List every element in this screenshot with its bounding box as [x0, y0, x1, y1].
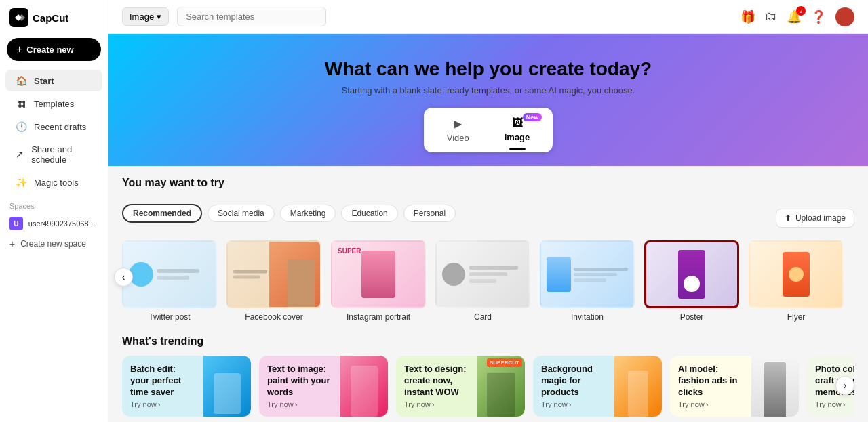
capcut-logo-icon — [9, 8, 28, 27]
sidebar-item-templates[interactable]: ▦ Templates — [5, 93, 102, 114]
template-card-invitation[interactable]: Invitation — [540, 240, 635, 322]
arrow-icon: › — [569, 400, 572, 408]
trending-card-3[interactable]: Background magic for products Try now › — [533, 356, 662, 417]
trending-card-link-3[interactable]: Try now › — [541, 400, 606, 408]
prev-arrow-button[interactable]: ‹ — [114, 268, 133, 287]
try-section-title: You may want to try — [122, 177, 224, 189]
filter-chip-social[interactable]: Social media — [208, 205, 275, 222]
video-icon: ▶ — [454, 117, 462, 130]
user-space-name: user499023750688... — [28, 219, 98, 228]
trending-card-2[interactable]: Text to design: create now, instant WOW … — [396, 356, 525, 417]
sidebar-item-magic[interactable]: ✨ Magic tools — [5, 171, 102, 193]
hero-tab-group: ▶ Video New 🖼 Image — [424, 108, 553, 152]
trending-title: What's trending — [122, 335, 854, 347]
trending-card-title-4: AI model: fashion ads in clicks — [678, 364, 743, 398]
trending-next-arrow[interactable]: › — [835, 376, 854, 395]
create-space-icon: + — [9, 238, 15, 249]
share-icon: ↗ — [15, 149, 24, 160]
logo-text: CapCut — [33, 12, 68, 24]
trending-section: What's trending Batch edit: your perfect… — [108, 333, 868, 422]
hero-subtitle: Starting with a blank slate, ready templ… — [122, 85, 854, 96]
trending-card-link-4[interactable]: Try now › — [678, 400, 743, 408]
trending-card-4[interactable]: AI model: fashion ads in clicks Try now … — [670, 356, 799, 417]
trending-card-title-3: Background magic for products — [541, 364, 606, 398]
template-card-instagram[interactable]: SUPER Instagram portrait — [331, 240, 426, 322]
arrow-icon: › — [295, 400, 298, 408]
trending-card-0[interactable]: Batch edit: your perfect time saver Try … — [122, 356, 251, 417]
filter-chip-education[interactable]: Education — [341, 205, 397, 222]
dropdown-arrow-icon: ▾ — [157, 12, 161, 22]
notification-badge: 2 — [796, 6, 806, 16]
history-icon[interactable]: 🗂 — [765, 9, 777, 24]
sidebar-item-share[interactable]: ↗ Share and schedule — [5, 139, 102, 170]
sidebar: CapCut + Create new 🏠 Start ▦ Templates … — [0, 0, 108, 422]
clock-icon: 🕐 — [15, 121, 27, 132]
hero-banner: What can we help you create today? Start… — [108, 34, 868, 166]
trending-card-link-5[interactable]: Try now › — [815, 400, 854, 408]
trending-card-title-2: Text to design: create now, instant WOW — [404, 364, 469, 398]
logo: CapCut — [0, 8, 108, 38]
trending-card-link-2[interactable]: Try now › — [404, 400, 469, 408]
arrow-icon: › — [843, 400, 846, 408]
template-card-facebook[interactable]: Facebook cover — [226, 240, 321, 322]
user-avatar[interactable] — [835, 7, 854, 26]
template-card-poster[interactable]: Poster — [644, 240, 739, 322]
trending-card-title-0: Batch edit: your perfect time saver — [130, 364, 195, 398]
new-badge: New — [523, 113, 542, 121]
create-new-button[interactable]: + Create new — [7, 38, 101, 61]
arrow-icon: › — [158, 400, 161, 408]
template-label: Facebook cover — [226, 312, 321, 322]
magic-icon: ✨ — [15, 177, 27, 188]
filter-chip-marketing[interactable]: Marketing — [280, 205, 336, 222]
template-thumb-twitter — [122, 240, 217, 308]
template-thumb-card — [435, 240, 530, 308]
template-card-flyer[interactable]: Flyer — [749, 240, 844, 322]
template-thumb-flyer — [749, 240, 844, 308]
template-card-card[interactable]: Card — [435, 240, 530, 322]
templates-icon: ▦ — [15, 98, 27, 109]
trending-card-title-1: Text to image: paint with your words — [267, 364, 332, 398]
type-dropdown[interactable]: Image ▾ — [122, 7, 169, 26]
template-thumb-instagram: SUPER — [331, 240, 426, 308]
upload-image-button[interactable]: ⬆ Upload image — [776, 209, 854, 228]
upload-icon: ⬆ — [785, 213, 791, 223]
plus-icon: + — [16, 43, 22, 56]
image-tab-icon: 🖼 — [512, 117, 523, 129]
arrow-icon: › — [706, 400, 709, 408]
template-cards-row: Twitter post — [122, 240, 854, 322]
arrow-icon: › — [432, 400, 435, 408]
template-label: Invitation — [540, 312, 635, 322]
filter-chip-recommended[interactable]: Recommended — [122, 204, 202, 223]
hero-tab-image[interactable]: New 🖼 Image — [488, 112, 547, 148]
trending-card-1[interactable]: Text to image: paint with your words Try… — [259, 356, 388, 417]
home-icon: 🏠 — [15, 75, 27, 86]
gift-icon[interactable]: 🎁 — [741, 9, 755, 24]
topbar: Image ▾ 🎁 🗂 🔔 2 ❓ — [108, 0, 868, 34]
sidebar-item-start[interactable]: 🏠 Start — [5, 70, 102, 91]
help-icon[interactable]: ❓ — [811, 9, 826, 24]
filter-chip-personal[interactable]: Personal — [403, 205, 456, 222]
trending-card-link-1[interactable]: Try now › — [267, 400, 332, 408]
template-thumb-facebook — [226, 240, 321, 308]
search-input[interactable] — [177, 7, 326, 26]
sidebar-item-recent[interactable]: 🕐 Recent drafts — [5, 116, 102, 138]
main-content: Image ▾ 🎁 🗂 🔔 2 ❓ What can we help you c… — [108, 0, 868, 422]
template-label: Poster — [644, 312, 739, 322]
template-label: Twitter post — [122, 312, 217, 322]
try-section: You may want to try Recommended Social m… — [108, 166, 868, 333]
hero-tab-video[interactable]: ▶ Video — [431, 112, 486, 148]
template-thumb-invitation — [540, 240, 635, 308]
hero-title: What can we help you create today? — [122, 58, 854, 80]
template-label: Card — [435, 312, 530, 322]
trending-card-link-0[interactable]: Try now › — [130, 400, 195, 408]
template-thumb-poster — [644, 240, 739, 308]
user-space-item[interactable]: U user499023750688... — [0, 213, 108, 234]
notification-icon[interactable]: 🔔 2 — [787, 9, 802, 24]
template-card-twitter[interactable]: Twitter post — [122, 240, 217, 322]
user-space-avatar: U — [9, 217, 23, 230]
template-label: Flyer — [749, 312, 844, 322]
create-space-button[interactable]: + Create new space — [0, 234, 108, 253]
spaces-label: Spaces — [0, 194, 108, 213]
template-label: Instagram portrait — [331, 312, 426, 322]
try-filters: Recommended Social media Marketing Educa… — [122, 204, 456, 223]
